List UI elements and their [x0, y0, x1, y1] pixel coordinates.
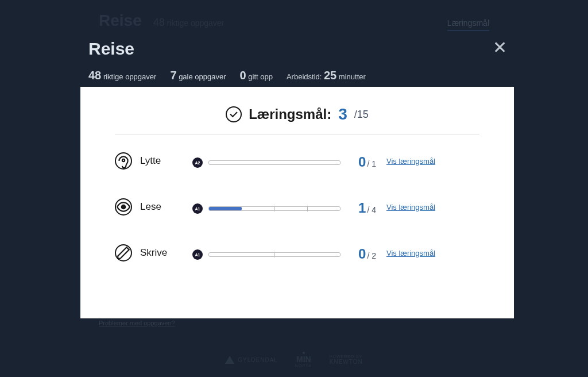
- goal-total: /15: [354, 109, 369, 121]
- check-circle-icon: [226, 106, 242, 122]
- goal-title: Læringsmål:: [249, 106, 331, 122]
- progress-section: 0/ 1 Vis læringsmål: [208, 152, 479, 170]
- skill-name: Lese: [140, 201, 161, 213]
- progress-bar: [208, 206, 341, 211]
- progress-fill: [209, 207, 242, 210]
- skill-count: 0/ 2: [347, 246, 376, 262]
- show-goals-link[interactable]: Vis læringsmål: [386, 157, 435, 166]
- goal-achieved: 3: [338, 105, 347, 124]
- skill-name: Lytte: [140, 155, 161, 167]
- stat-gaveup: 0 gitt opp: [240, 69, 273, 82]
- goal-summary: Læringsmål: 3/15: [115, 105, 479, 134]
- progress-bar: [208, 252, 341, 257]
- ear-icon: [115, 152, 132, 170]
- skill-row: Lytte A2 0/ 1 Vis læringsmål: [115, 152, 479, 170]
- progress-section: 1/ 4 Vis læringsmål: [208, 198, 479, 216]
- eye-icon: [115, 198, 132, 216]
- skill-label: Lese: [115, 198, 192, 216]
- learning-goals-modal: Reise ✕ 48 riktige oppgaver 7 gale oppga…: [80, 33, 514, 318]
- show-goals-link[interactable]: Vis læringsmål: [386, 203, 435, 211]
- modal-overlay: Reise ✕ 48 riktige oppgaver 7 gale oppga…: [0, 0, 588, 377]
- modal-body: Læringsmål: 3/15 Lytte A2 0/ 1 Vis lærin…: [80, 87, 514, 318]
- show-goals-link[interactable]: Vis læringsmål: [386, 249, 435, 257]
- level-badge: A1: [192, 249, 203, 260]
- close-button[interactable]: ✕: [493, 39, 507, 56]
- modal-title: Reise: [88, 39, 514, 59]
- skill-row: Lese A1 1/ 4 Vis læringsmål: [115, 198, 479, 216]
- svg-point-1: [122, 205, 126, 209]
- level-badge: A1: [192, 203, 203, 214]
- progress-tick: [274, 252, 275, 257]
- skill-label: Lytte: [115, 152, 192, 170]
- skill-count: 1/ 4: [347, 200, 376, 216]
- skill-name: Skrive: [140, 247, 167, 259]
- close-icon: ✕: [493, 38, 507, 57]
- skill-label: Skrive: [115, 244, 192, 261]
- svg-point-0: [122, 159, 125, 161]
- progress-tick: [274, 206, 275, 211]
- pencil-icon: [115, 244, 132, 261]
- progress-bar: [208, 160, 341, 165]
- stat-time: Arbeidstid: 25 minutter: [287, 69, 366, 82]
- skill-count: 0/ 1: [347, 154, 376, 170]
- stat-wrong: 7 gale oppgaver: [170, 69, 226, 82]
- modal-stats: 48 riktige oppgaver 7 gale oppgaver 0 gi…: [80, 59, 514, 87]
- skills-list: Lytte A2 0/ 1 Vis læringsmål Lese A1 1/: [115, 152, 479, 262]
- stat-correct: 48 riktige oppgaver: [88, 69, 156, 82]
- skill-row: Skrive A1 0/ 2 Vis læringsmål: [115, 244, 479, 262]
- progress-section: 0/ 2 Vis læringsmål: [208, 244, 479, 262]
- progress-tick: [307, 206, 308, 211]
- level-badge: A2: [192, 157, 203, 168]
- modal-header: Reise ✕: [80, 33, 514, 59]
